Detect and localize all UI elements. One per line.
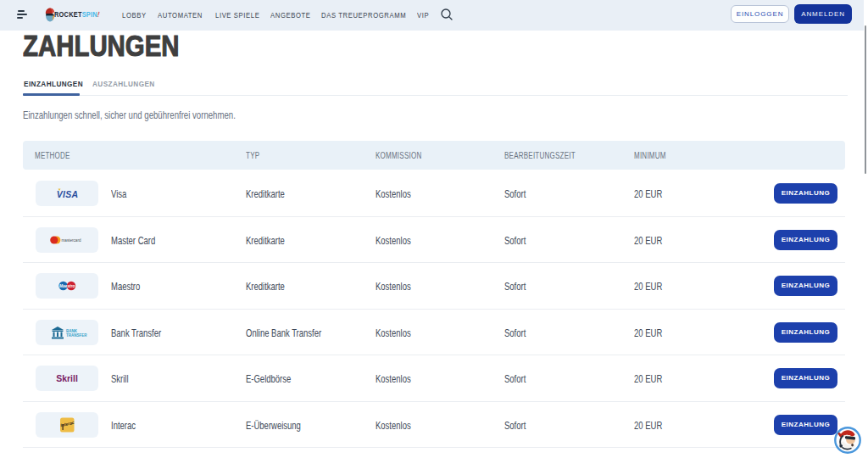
svg-text:Maestro: Maestro — [59, 284, 75, 288]
svg-text:mastercard: mastercard — [62, 237, 81, 242]
svg-text:Skrill: Skrill — [56, 373, 78, 383]
svg-text:VISA: VISA — [57, 189, 79, 199]
svg-text:TRANSFER: TRANSFER — [66, 332, 87, 337]
